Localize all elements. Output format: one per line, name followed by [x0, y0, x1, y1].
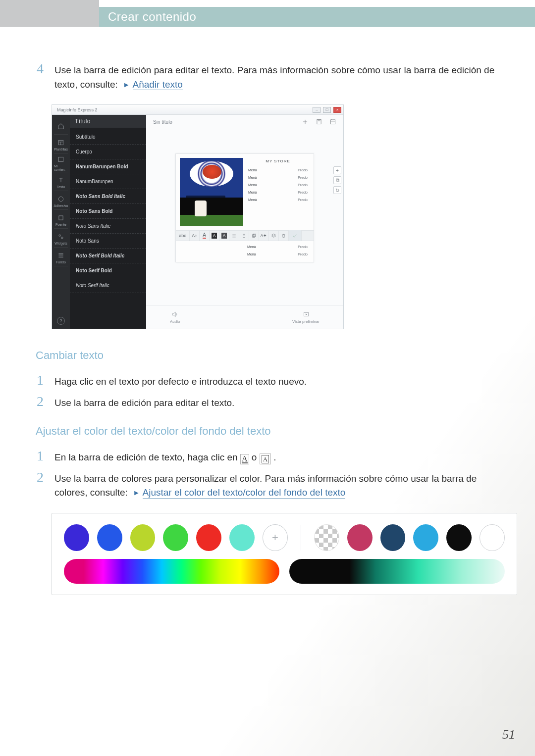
- tb-bg-color-icon[interactable]: A: [210, 230, 219, 241]
- color-add-button[interactable]: +: [263, 524, 288, 551]
- tb-text-color-icon[interactable]: A: [200, 230, 210, 241]
- font-option[interactable]: Noto Sans Bold: [70, 204, 146, 219]
- nav-templates[interactable]: Plantillas: [54, 137, 68, 153]
- color-swatch[interactable]: [229, 524, 255, 551]
- nav-home[interactable]: [54, 118, 68, 135]
- tb-effect-icon[interactable]: A✦: [259, 230, 269, 241]
- canvas-side-controls: + ⧉ ↻: [333, 166, 341, 194]
- menu-row: MenúPrecio: [245, 251, 310, 258]
- color-swatch[interactable]: [380, 524, 406, 551]
- minimize-icon[interactable]: –: [313, 107, 321, 113]
- nav-sticker[interactable]: Adhesivo: [54, 193, 68, 210]
- canvas-area: Sin título Salmon Roe Sushi: [146, 115, 343, 329]
- font-option[interactable]: Noto Serif Bold: [70, 263, 146, 278]
- board-title: MY STORE: [246, 159, 310, 163]
- step-number: 1: [36, 373, 44, 389]
- tb-copy-icon[interactable]: [249, 230, 259, 241]
- text-color-icon: A: [240, 454, 249, 464]
- panel-title: Título: [70, 115, 146, 128]
- tb-bg-color2-icon[interactable]: A: [219, 230, 229, 241]
- color-swatch[interactable]: [130, 524, 156, 551]
- nav-widgets[interactable]: Widgets: [54, 231, 68, 248]
- svg-point-4: [59, 234, 61, 236]
- window-titlebar: MagicInfo Express 2 – □ ×: [52, 105, 343, 115]
- audio-button[interactable]: Audio: [170, 311, 180, 324]
- tb-layers-icon[interactable]: [269, 230, 279, 241]
- save-icon[interactable]: [316, 118, 322, 125]
- svg-rect-6: [317, 119, 321, 124]
- font-option[interactable]: Noto Sans: [70, 234, 146, 249]
- font-option[interactable]: Cuerpo: [70, 145, 146, 159]
- svg-rect-1: [58, 157, 63, 161]
- window-title: MagicInfo Express 2: [54, 107, 98, 112]
- app-nav-rail: Plantillas Mi conten. Texto Adhesivo Fue…: [52, 115, 70, 329]
- step-text: Haga clic en el texto por defecto e intr…: [54, 373, 307, 389]
- hue-slider[interactable]: [64, 559, 279, 584]
- step-number: 2: [36, 470, 44, 500]
- nav-font[interactable]: Fuente: [54, 212, 68, 229]
- page-title: Crear contenido: [99, 7, 535, 27]
- tb-input-mode[interactable]: abc: [176, 230, 190, 241]
- menu-row: MenúPrecio: [246, 181, 310, 189]
- tb-delete-icon[interactable]: [279, 230, 289, 241]
- font-option[interactable]: Noto Sans Bold Italic: [70, 189, 146, 204]
- color-toolbar: +: [52, 513, 517, 595]
- step-text: Use la barra de edición para editar el t…: [54, 394, 234, 410]
- link-adjust-color[interactable]: Ajustar el color del texto/color del fon…: [143, 488, 346, 499]
- close-icon[interactable]: ×: [333, 107, 341, 113]
- step-number: 4: [36, 61, 44, 92]
- font-option[interactable]: Noto Serif Bold Italic: [70, 249, 146, 263]
- app-screenshot: MagicInfo Express 2 – □ × Plantillas Mi …: [52, 104, 344, 329]
- svg-rect-0: [58, 140, 63, 145]
- doc-title: Sin título: [153, 119, 172, 125]
- lightness-slider[interactable]: [289, 559, 505, 584]
- color-swatch[interactable]: [97, 524, 122, 551]
- tb-align-icon[interactable]: [229, 230, 239, 241]
- color-swatch[interactable]: [413, 524, 438, 551]
- calendar-icon[interactable]: [329, 118, 336, 125]
- font-panel: Título SubtítuloCuerpoNanumBarunpen Bold…: [70, 115, 146, 329]
- step-number: 2: [36, 394, 44, 410]
- page-number: 51: [502, 727, 515, 742]
- link-arrow-icon: ►: [123, 81, 130, 89]
- svg-rect-8: [253, 234, 255, 237]
- nav-background[interactable]: Fondo: [54, 250, 68, 266]
- nav-text[interactable]: Texto: [54, 174, 68, 191]
- font-option[interactable]: Noto Serif Italic: [70, 278, 146, 293]
- color-swatch[interactable]: [163, 524, 188, 551]
- menu-board: Salmon Roe Sushi MY STORE MenúPrecioMenú…: [175, 153, 314, 262]
- color-swatch[interactable]: [347, 524, 373, 551]
- menu-row: MenúPrecio: [246, 166, 310, 174]
- nav-my-content[interactable]: Mi conten.: [54, 155, 68, 172]
- preview-button[interactable]: Vista preliminar: [292, 311, 320, 324]
- menu-row: MenúPrecio: [245, 243, 310, 251]
- font-option[interactable]: NanumBarunpen: [70, 174, 146, 189]
- link-arrow-icon: ►: [133, 489, 140, 497]
- ctrl-dup-icon[interactable]: ⧉: [333, 176, 341, 184]
- text-edit-toolbar: abc A↕ A A A A✦: [176, 230, 314, 241]
- svg-rect-3: [59, 215, 63, 219]
- divider: [301, 525, 301, 551]
- maximize-icon[interactable]: □: [323, 107, 331, 113]
- color-transparent[interactable]: [314, 524, 339, 551]
- ctrl-plus-icon[interactable]: +: [333, 166, 341, 174]
- tb-valign-icon[interactable]: [239, 230, 249, 241]
- font-option[interactable]: Subtítulo: [70, 130, 146, 145]
- svg-point-5: [61, 237, 63, 239]
- color-swatch-white[interactable]: [480, 524, 505, 551]
- color-swatch[interactable]: [446, 524, 472, 551]
- section-change-text: Cambiar texto: [36, 349, 499, 362]
- tb-font-size[interactable]: A↕: [190, 230, 200, 241]
- font-option[interactable]: NanumBarunpen Bold: [70, 159, 146, 174]
- color-swatch[interactable]: [64, 524, 89, 551]
- link-add-text[interactable]: Añadir texto: [133, 80, 183, 91]
- ctrl-rotate-icon[interactable]: ↻: [333, 186, 341, 194]
- tb-confirm-icon[interactable]: [289, 230, 302, 241]
- window-controls: – □ ×: [312, 106, 341, 113]
- step-text: En la barra de edición de texto, haga cl…: [54, 449, 276, 465]
- font-option[interactable]: Noto Sans Italic: [70, 219, 146, 234]
- color-swatch[interactable]: [196, 524, 221, 551]
- help-icon[interactable]: ?: [57, 317, 65, 325]
- menu-row: MenúPrecio: [246, 196, 310, 203]
- add-icon[interactable]: [302, 118, 309, 125]
